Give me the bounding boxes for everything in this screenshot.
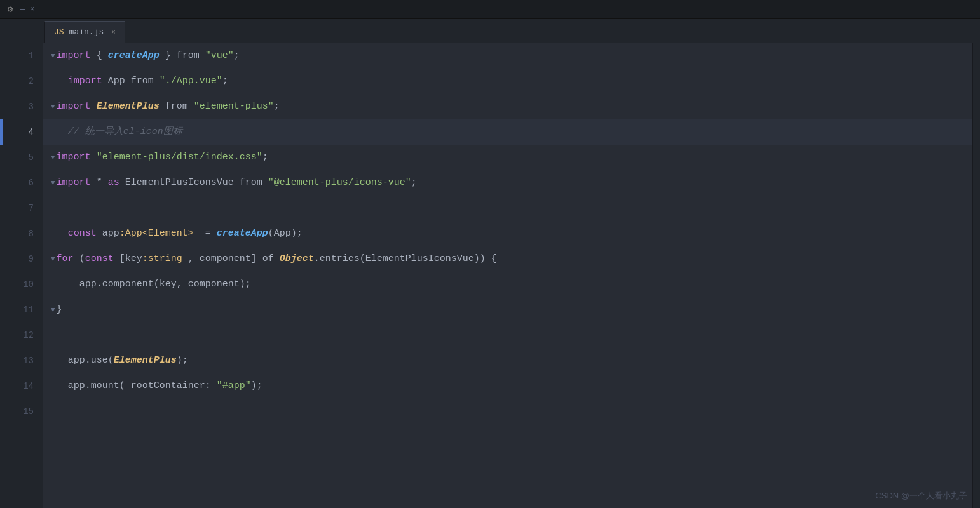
- token: =: [194, 221, 217, 246]
- token: *: [91, 170, 108, 196]
- code-line-4: // 统一导入el-icon图标: [43, 119, 972, 145]
- token: :string: [142, 246, 182, 272]
- token: ;: [297, 221, 303, 246]
- line-number-3: 3: [0, 94, 43, 119]
- fold-arrow-3[interactable]: ▼: [51, 94, 55, 119]
- token: import: [57, 170, 91, 196]
- line-number-9: 9: [0, 246, 43, 272]
- token: import: [57, 43, 91, 69]
- fold-arrow-6[interactable]: ▼: [51, 170, 55, 196]
- token: app.mount( rootContainer:: [68, 373, 211, 399]
- token: "@element-plus/icons-vue": [262, 170, 411, 196]
- token: [274, 246, 280, 272]
- token: from: [177, 43, 200, 69]
- main-js-tab[interactable]: JS main.js ×: [44, 21, 125, 43]
- code-line-1: ▼import { createApp } from "vue";: [43, 43, 972, 69]
- code-line-15: [43, 399, 972, 424]
- token: // 统一导入el-icon图标: [68, 119, 182, 145]
- title-bar: ⚙ — ×: [0, 0, 980, 19]
- fold-arrow-11[interactable]: ▼: [51, 297, 55, 323]
- line-number-13: 13: [0, 348, 43, 373]
- line-number-2: 2: [0, 69, 43, 94]
- js-file-icon: JS: [54, 27, 64, 37]
- token: "./App.vue": [154, 69, 222, 94]
- line-number-1: 1: [0, 43, 43, 69]
- fold-arrow-14: [51, 373, 55, 399]
- fold-arrow-10: [51, 272, 55, 297]
- token: createApp: [108, 43, 160, 69]
- fold-arrow-1[interactable]: ▼: [51, 43, 55, 69]
- line-number-7: 7: [0, 196, 43, 221]
- tab-filename: main.js: [69, 27, 104, 37]
- watermark: CSDN @一个人看小丸子: [875, 490, 967, 502]
- token: ;: [245, 272, 251, 297]
- token: import: [57, 145, 91, 170]
- line-number-10: 10: [0, 272, 43, 297]
- token: }: [160, 43, 177, 69]
- token: app.use(: [68, 348, 114, 373]
- token: App: [102, 69, 131, 94]
- token: ;: [262, 145, 268, 170]
- token: app.component(key, component): [79, 272, 245, 297]
- code-line-2: import App from "./App.vue";: [43, 69, 972, 94]
- line-number-4: 4: [0, 119, 43, 145]
- fold-arrow-5[interactable]: ▼: [51, 145, 55, 170]
- fold-arrow-2: [51, 69, 55, 94]
- token: }: [57, 297, 62, 323]
- code-line-11: ▼}: [43, 297, 972, 323]
- token: app: [97, 221, 119, 246]
- token: "#app": [211, 373, 251, 399]
- token: "element-plus": [188, 94, 274, 119]
- minimap: [972, 43, 980, 508]
- token: from: [240, 170, 262, 196]
- fold-arrow-4: [51, 119, 55, 145]
- line-number-14: 14: [0, 373, 43, 399]
- token: of: [262, 246, 274, 272]
- line-number-5: 5: [0, 145, 43, 170]
- token: {: [91, 43, 108, 69]
- token: from: [131, 69, 154, 94]
- code-editor[interactable]: ▼import { createApp } from "vue"; import…: [43, 43, 972, 508]
- code-line-14: app.mount( rootContainer: "#app");: [43, 373, 972, 399]
- token: .entries(ElementPlusIconsVue)) {: [314, 246, 497, 272]
- token: ElementPlusIconsVue: [119, 170, 240, 196]
- line-number-gutter: 123456789101112131415: [0, 43, 43, 508]
- gear-icon[interactable]: ⚙: [5, 4, 15, 15]
- token: ;: [234, 43, 240, 69]
- token: from: [160, 94, 188, 119]
- fold-arrow-9[interactable]: ▼: [51, 246, 55, 272]
- token: ElementPlus: [114, 348, 177, 373]
- token: const: [85, 246, 114, 272]
- token: ElementPlus: [97, 94, 160, 119]
- fold-arrow-7: [51, 196, 55, 221]
- token: [91, 94, 97, 119]
- token: (: [74, 246, 85, 272]
- fold-arrow-12: [51, 323, 55, 348]
- token: [key: [114, 246, 142, 272]
- token: ;: [411, 170, 417, 196]
- code-line-13: app.use(ElementPlus);: [43, 348, 972, 373]
- token: );: [177, 348, 188, 373]
- code-line-9: ▼for (const [key:string , component] of …: [43, 246, 972, 272]
- token: import: [57, 94, 91, 119]
- token: ;: [222, 69, 228, 94]
- tab-bar: JS main.js ×: [0, 19, 980, 43]
- token: for: [57, 246, 74, 272]
- code-line-6: ▼import * as ElementPlusIconsVue from "@…: [43, 170, 972, 196]
- line-number-12: 12: [0, 323, 43, 348]
- token: );: [251, 373, 262, 399]
- code-line-8: const app:App<Element> = createApp(App);: [43, 221, 972, 246]
- code-line-3: ▼import ElementPlus from "element-plus";: [43, 94, 972, 119]
- token: (App): [268, 221, 297, 246]
- line-number-6: 6: [0, 170, 43, 196]
- token: , component]: [182, 246, 262, 272]
- token: createApp: [217, 221, 268, 246]
- code-line-10: app.component(key, component);: [43, 272, 972, 297]
- tab-close-button[interactable]: ×: [111, 29, 116, 36]
- editor-layout: 123456789101112131415 ▼import { createAp…: [0, 43, 980, 508]
- token: as: [108, 170, 119, 196]
- code-line-12: [43, 323, 972, 348]
- token: Object: [280, 246, 314, 272]
- fold-arrow-8: [51, 221, 55, 246]
- token: "vue": [200, 43, 234, 69]
